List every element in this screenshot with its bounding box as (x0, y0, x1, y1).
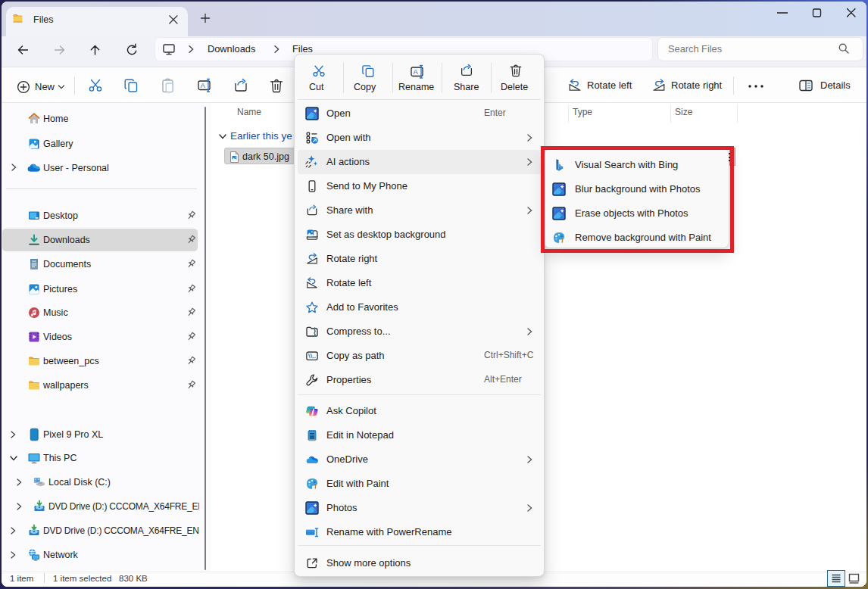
svg-text:A: A (414, 67, 419, 76)
svg-text:A: A (201, 81, 206, 89)
